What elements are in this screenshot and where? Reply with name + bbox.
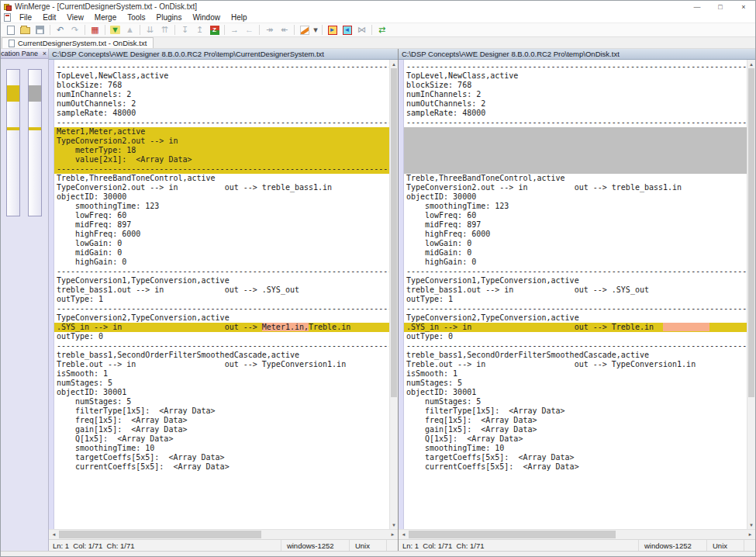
editor-line[interactable]: targetCoeffs[5x5]: <Array Data>	[54, 453, 398, 462]
left-editor[interactable]: ----------------------------------------…	[54, 60, 398, 529]
editor-line[interactable]: ----------------------------------------…	[54, 304, 398, 313]
scroll-down-icon[interactable]: ▼	[390, 521, 398, 529]
editor-line[interactable]: freq[1x5]: <Array Data>	[54, 416, 398, 425]
editor-line[interactable]: ----------------------------------------…	[54, 341, 398, 351]
location-bar-right-file[interactable]	[28, 69, 42, 216]
editor-line[interactable]: numInChannels: 2	[404, 90, 755, 99]
missing-line[interactable]	[404, 137, 755, 146]
scroll-right-icon[interactable]: ►	[388, 530, 398, 539]
editor-line[interactable]: numStages: 5	[54, 397, 398, 407]
editor-line[interactable]: ----------------------------------------…	[54, 267, 398, 276]
options-button[interactable]: ▦	[88, 23, 102, 36]
missing-line[interactable]	[404, 155, 755, 164]
editor-line[interactable]: lowFreq: 60	[404, 211, 755, 220]
editor-line[interactable]: TypeConversion2.out --> in out --> trebl…	[54, 183, 398, 192]
editor-line[interactable]: objectID: 30000	[54, 192, 398, 202]
editor-line[interactable]: objectID: 30000	[404, 192, 755, 202]
editor-line[interactable]: sampleRate: 48000	[54, 109, 398, 118]
editor-line[interactable]: TypeConversion2,TypeConversion,active	[54, 313, 398, 323]
right-editor[interactable]: ----------------------------------------…	[404, 60, 755, 529]
editor-line[interactable]: targetCoeffs[5x5]: <Array Data>	[404, 453, 755, 462]
encoding-indicator[interactable]: windows-1252	[281, 540, 349, 551]
editor-line[interactable]: Q[1x5]: <Array Data>	[404, 434, 755, 444]
editor-line[interactable]: lowGain: 0	[404, 239, 755, 248]
redo-button[interactable]: ↷	[67, 23, 82, 36]
editor-line[interactable]: outType: 1	[404, 295, 755, 304]
menu-tools[interactable]: Tools	[122, 12, 150, 22]
editor-line[interactable]: midFreq: 897	[54, 220, 398, 230]
scroll-up-icon[interactable]: ▲	[390, 60, 398, 68]
editor-line[interactable]: highGain: 0	[54, 258, 398, 267]
missing-line[interactable]	[404, 146, 755, 155]
location-missing-block[interactable]	[29, 85, 41, 102]
refresh-button[interactable]: ⇄	[375, 23, 389, 36]
editor-line[interactable]: objectID: 30001	[404, 388, 755, 397]
left-horizontal-scrollbar[interactable]: ◄ ►	[49, 529, 398, 539]
editor-line[interactable]: treble_bass1.out --> in out --> .SYS_out	[54, 285, 398, 295]
save-button[interactable]	[33, 23, 47, 36]
editor-line[interactable]: midFreq: 897	[404, 220, 755, 230]
right-horizontal-scrollbar[interactable]: ◄ ►	[399, 529, 755, 539]
editor-line[interactable]: highFreq: 6000	[404, 230, 755, 239]
diff-line[interactable]: .SYS_in --> in out --> Meter1.in,Treble.…	[54, 323, 398, 332]
editor-line[interactable]: numOutChannels: 2	[404, 99, 755, 109]
editor-line[interactable]: outType: 0	[404, 332, 755, 341]
next-difference-button[interactable]: ⇊	[143, 23, 157, 36]
current-difference-button[interactable]: ▼	[108, 23, 123, 36]
editor-line[interactable]: Treble.out --> in out --> TypeConversion…	[54, 360, 398, 369]
editor-line[interactable]: isSmooth: 1	[404, 369, 755, 379]
view-right-pane-button[interactable]: ◄	[340, 23, 354, 36]
editor-line[interactable]: ----------------------------------------…	[404, 118, 755, 127]
menu-view[interactable]: View	[61, 12, 89, 22]
close-button[interactable]: ×	[732, 1, 755, 12]
editor-line[interactable]: gain[1x5]: <Array Data>	[54, 425, 398, 434]
editor-line[interactable]: numStages: 5	[54, 379, 398, 388]
editor-line[interactable]: currentCoeffs[5x5]: <Array Data>	[404, 462, 755, 472]
editor-line[interactable]: gain[1x5]: <Array Data>	[404, 425, 755, 434]
editor-line[interactable]: sampleRate: 48000	[404, 109, 755, 118]
location-diff-line[interactable]	[29, 127, 41, 130]
editor-line[interactable]: TypeConversion1,TypeConversion,active	[404, 276, 755, 285]
diff-line[interactable]: Meter1,Meter,active	[54, 127, 398, 137]
eol-indicator[interactable]: Unix	[349, 540, 386, 551]
diff-line[interactable]: .SYS_in --> in out --> Treble.in	[404, 323, 755, 332]
editor-line[interactable]: TypeConversion2,TypeConversion,active	[404, 313, 755, 323]
left-vertical-scrollbar[interactable]: ▲ ▼	[389, 60, 398, 529]
editor-line[interactable]: midGain: 0	[404, 248, 755, 258]
scroll-left-icon[interactable]: ◄	[49, 530, 59, 539]
left-file-path-header[interactable]: C:\DSP Concepts\AWE Designer 8.B.0.0.RC2…	[49, 49, 398, 60]
diff-line[interactable]: ----------------------------------------…	[54, 164, 398, 174]
editor-line[interactable]: ----------------------------------------…	[54, 118, 398, 127]
editor-line[interactable]: blockSize: 768	[404, 81, 755, 90]
copy-left-advance-button[interactable]: ↞	[277, 23, 292, 36]
tab-comparison[interactable]: CurrentDesignerSystem.txt - OnDisk.txt	[2, 37, 154, 48]
right-file-path-header[interactable]: C:\DSP Concepts\AWE Designer 8.B.0.0.RC2…	[399, 49, 755, 60]
editor-line[interactable]: ----------------------------------------…	[404, 62, 755, 71]
editor-line[interactable]: freq[1x5]: <Array Data>	[404, 416, 755, 425]
editor-line[interactable]: filterType[1x5]: <Array Data>	[404, 407, 755, 416]
scrollbar-thumb[interactable]	[59, 531, 261, 538]
menu-help[interactable]: Help	[226, 12, 253, 22]
diff-line[interactable]: TypeConversion2.out --> in	[54, 137, 398, 146]
last-difference-button[interactable]: ⇈	[157, 23, 172, 36]
menu-window[interactable]: Window	[187, 12, 226, 22]
editor-line[interactable]: Treble.out --> in out --> TypeConversion…	[404, 360, 755, 369]
scrollbar-thumb[interactable]	[391, 68, 397, 397]
editor-line[interactable]: lowFreq: 60	[54, 211, 398, 220]
editor-line[interactable]: lowGain: 0	[54, 239, 398, 248]
missing-line[interactable]	[404, 127, 755, 137]
undo-button[interactable]: ↶	[53, 23, 67, 36]
editor-line[interactable]: TopLevel,NewClass,active	[54, 71, 398, 81]
editor-line[interactable]: outType: 1	[54, 295, 398, 304]
copy-right-advance-button[interactable]: ↠	[262, 23, 277, 36]
editor-line[interactable]: highGain: 0	[404, 258, 755, 267]
editor-line[interactable]: ----------------------------------------…	[54, 62, 398, 71]
scroll-left-icon[interactable]: ◄	[399, 530, 409, 539]
editor-line[interactable]: currentCoeffs[5x5]: <Array Data>	[54, 462, 398, 472]
editor-line[interactable]: outType: 0	[54, 332, 398, 341]
view-left-pane-button[interactable]: ►	[325, 23, 340, 36]
encoding-indicator[interactable]: windows-1252	[638, 540, 706, 551]
open-button[interactable]	[18, 23, 33, 36]
editor-line[interactable]: TopLevel,NewClass,active	[404, 71, 755, 81]
first-conflict-button[interactable]: ↧	[178, 23, 192, 36]
